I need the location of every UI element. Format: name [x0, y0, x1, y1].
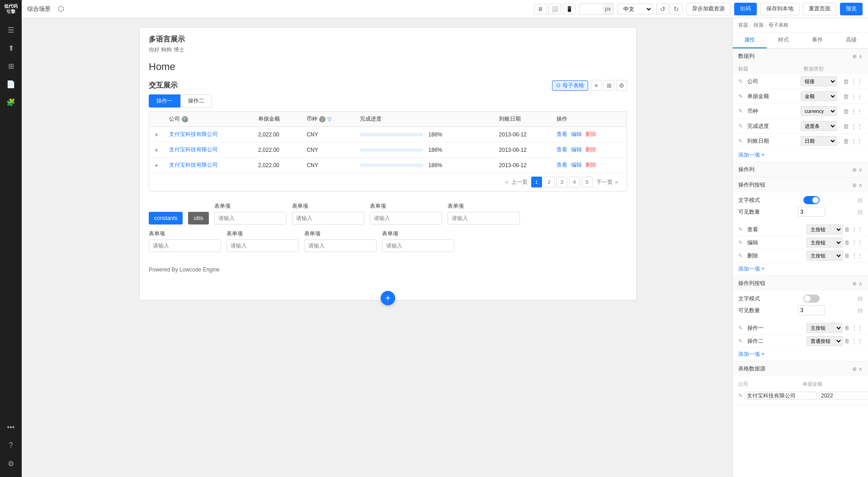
sidebar-icon-upload[interactable]: ⬆ [3, 40, 19, 56]
save-btn[interactable]: 保存到本地 [760, 3, 799, 15]
utils-btn[interactable]: utils [188, 212, 208, 224]
sidebar-icon-layers[interactable]: ☰ [3, 22, 19, 38]
currency-info-icon[interactable]: i [319, 116, 326, 122]
text-mode-toggle-2[interactable] [803, 295, 820, 303]
subtable-badge[interactable]: ⊙ 母子表格 [552, 80, 588, 91]
currency-type-select[interactable]: currency [801, 106, 837, 116]
operation-btns-2-header[interactable]: 操作列按钮 ⊕ ∧ [733, 276, 868, 291]
company-link-1[interactable]: 支付宝科技有限公司 [169, 146, 218, 153]
form-input-1-1[interactable] [214, 212, 287, 224]
currency-delete-icon[interactable]: 🗑 [843, 108, 849, 115]
amount-type-select[interactable]: 金额 [801, 91, 837, 101]
text-mode-unit-1[interactable]: {/} [858, 197, 863, 203]
data-columns-collapse-icon[interactable]: ∧ [859, 53, 863, 60]
edit-date-icon[interactable]: ✎ [738, 138, 745, 144]
amount-drag-icon[interactable]: ⋮⋮ [851, 93, 863, 100]
date-type-select[interactable]: 日期 [801, 136, 837, 146]
sidebar-icon-more[interactable]: ••• [3, 419, 19, 435]
toggle-track-1[interactable] [803, 196, 820, 204]
breadcrumb-item-3[interactable]: 母子表格 [769, 22, 788, 28]
sidebar-icon-help[interactable]: ? [3, 437, 19, 454]
toolbar-gear-btn[interactable]: ⚙ [616, 80, 627, 91]
sidebar-icon-component[interactable]: 🧩 [3, 94, 19, 110]
op1-drag-icon[interactable]: ⋮⋮ [852, 325, 863, 331]
constants-btn[interactable]: constants [149, 212, 183, 224]
action-delete-2[interactable]: 删除 [585, 161, 596, 169]
form-input-2-4[interactable] [382, 239, 454, 252]
datasource-add-icon[interactable]: ⊕ [852, 366, 857, 372]
company-search-icon[interactable]: 🔍 [182, 116, 188, 122]
op1-delete-icon[interactable]: 🗑 [844, 325, 850, 331]
toggle-track-2[interactable] [803, 295, 820, 303]
undo-btn[interactable]: ↺ [656, 4, 669, 14]
page-btn-2[interactable]: 2 [544, 177, 555, 187]
floating-add-btn[interactable]: + [381, 291, 395, 305]
page-btn-1[interactable]: 1 [531, 177, 542, 187]
width-input[interactable]: 1436 [580, 4, 602, 14]
op-btns-1-collapse-icon[interactable]: ∧ [859, 182, 863, 188]
visible-count-unit-2[interactable]: {/} [858, 308, 863, 313]
action-type-delete[interactable]: 主按钮 [807, 251, 843, 261]
add-column-link[interactable]: 添加一项 + [733, 149, 868, 162]
op-btns-2-add-icon[interactable]: ⊕ [852, 281, 857, 287]
language-select[interactable]: 中文 English [618, 4, 653, 14]
toolbar-align-btn[interactable]: ≡ [591, 80, 602, 91]
expand-btn-1[interactable]: + [155, 146, 158, 154]
prev-page-btn[interactable]: ＜ 上一页 [502, 178, 529, 186]
op-btns-1-add-icon[interactable]: ⊕ [852, 182, 857, 188]
currency-filter-icon[interactable]: ▽ [327, 116, 331, 122]
op-btns-2-collapse-icon[interactable]: ∧ [859, 281, 863, 287]
toolbar-cols-btn[interactable]: ⊞ [604, 80, 614, 91]
action-type-edit[interactable]: 主按钮 [807, 238, 843, 248]
export-btn[interactable]: 出码 [734, 3, 757, 15]
delete-delete-icon[interactable]: 🗑 [844, 253, 850, 259]
github-icon[interactable]: ⬡ [58, 5, 64, 13]
edit-edit-icon[interactable]: ✎ [738, 239, 745, 246]
edit-drag-icon[interactable]: ⋮⋮ [852, 239, 863, 246]
action-edit-0[interactable]: 编辑 [571, 131, 582, 138]
view-drag-icon[interactable]: ⋮⋮ [852, 226, 863, 233]
form-input-1-4[interactable] [448, 212, 520, 224]
action-edit-1[interactable]: 编辑 [571, 146, 582, 154]
action-type-op1[interactable]: 主按钮 [807, 323, 843, 333]
ds-amount-input[interactable] [819, 392, 868, 400]
delete-drag-icon[interactable]: ⋮⋮ [852, 253, 863, 259]
edit-view-icon[interactable]: ✎ [738, 226, 745, 233]
edit-amount-icon[interactable]: ✎ [738, 93, 745, 99]
visible-count-unit-1[interactable]: {/} [858, 209, 863, 215]
text-mode-unit-2[interactable]: {/} [858, 296, 863, 301]
data-columns-header[interactable]: 数据列 ⊕ ∧ [733, 49, 868, 64]
sidebar-icon-doc[interactable]: 📄 [3, 76, 19, 92]
op2-drag-icon[interactable]: ⋮⋮ [852, 338, 863, 344]
preview-btn[interactable]: 预览 [840, 3, 863, 15]
company-delete-icon[interactable]: 🗑 [843, 78, 849, 85]
progress-delete-icon[interactable]: 🗑 [843, 123, 849, 130]
view-delete-icon[interactable]: 🗑 [844, 226, 850, 233]
page-btn-3[interactable]: 3 [557, 177, 567, 187]
visible-count-input-1[interactable] [798, 207, 825, 217]
data-columns-add-icon[interactable]: ⊕ [852, 53, 857, 60]
edit-delete-icon[interactable]: 🗑 [844, 239, 850, 246]
datasource-collapse-icon[interactable]: ∧ [859, 366, 863, 372]
company-type-select[interactable]: 链接 [801, 76, 837, 86]
action-delete-1[interactable]: 删除 [585, 146, 596, 154]
operation-col-add-icon[interactable]: ⊕ [852, 167, 857, 173]
device-tablet-btn[interactable]: ⬜ [548, 4, 561, 14]
form-input-1-3[interactable] [370, 212, 442, 224]
text-mode-toggle-1[interactable] [803, 196, 820, 204]
expand-btn-2[interactable]: + [155, 162, 158, 169]
breadcrumb-item-1[interactable]: 容器 [738, 22, 748, 28]
next-page-btn[interactable]: 下一页 ＞ [594, 178, 621, 186]
company-link-2[interactable]: 支付宝科技有限公司 [169, 162, 218, 168]
device-desktop-btn[interactable]: 🖥 [534, 4, 547, 14]
company-link-0[interactable]: 支付宝科技有限公司 [169, 131, 218, 137]
date-drag-icon[interactable]: ⋮⋮ [851, 138, 863, 145]
add-op-btn-2-link[interactable]: 添加一项 + [733, 348, 868, 361]
currency-drag-icon[interactable]: ⋮⋮ [851, 108, 863, 115]
visible-count-input-2[interactable] [798, 305, 825, 315]
amount-delete-icon[interactable]: 🗑 [843, 93, 849, 100]
add-op-btn-1-link[interactable]: 添加一项 + [733, 262, 868, 276]
action-edit-2[interactable]: 编辑 [571, 161, 582, 169]
company-drag-icon[interactable]: ⋮⋮ [851, 78, 863, 85]
edit-op2-icon[interactable]: ✎ [738, 338, 745, 344]
